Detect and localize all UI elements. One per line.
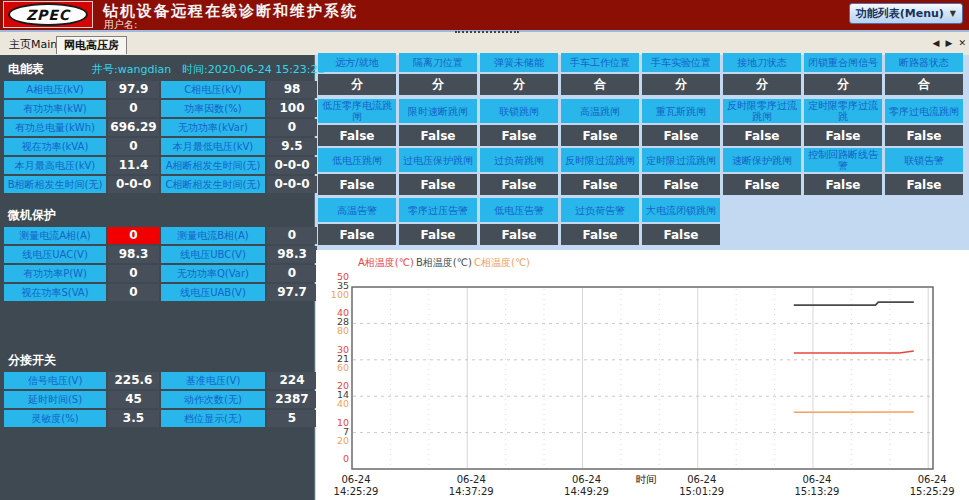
- status-value: False: [561, 224, 639, 245]
- svg-text:15:01:29: 15:01:29: [679, 486, 724, 497]
- field-value: 3.5: [108, 410, 159, 427]
- section-tap-switch: 分接开关 信号电压(V)225.6基准电压(V)224延时时间(S)45动作次数…: [0, 350, 315, 427]
- svg-text:100: 100: [331, 289, 349, 300]
- field-label: 档位显示(无): [161, 410, 265, 427]
- status-label: 反时限零序过流跳闸: [723, 99, 801, 123]
- status-label: 手车工作位置: [561, 53, 639, 72]
- status-value: False: [399, 125, 477, 146]
- status-label: 速断保护跳闸: [723, 148, 801, 172]
- status-label: 反时限过流跳闸: [561, 148, 639, 172]
- status-row: 低电压跳闸False过电压保护跳闸False过负荷跳闸False反时限过流跳闸F…: [318, 148, 963, 195]
- menu-button-label: 功能列表(Menu): [856, 6, 944, 21]
- field-label: 本月最高电压(kV): [4, 157, 106, 174]
- field-value: 5: [267, 410, 317, 427]
- status-panel: 远方/就地分隔离刀位置分弹簧未储能分手车工作位置合手车实验位置分接地刀状态分闭锁…: [318, 53, 966, 250]
- temperature-chart-svg: A相温度(℃)B相温度(℃)C相温度(℃)5035100402880302160…: [316, 250, 969, 500]
- field-value: 98: [267, 81, 317, 98]
- field-label: 功率因数(%): [161, 100, 265, 117]
- status-value: False: [480, 174, 558, 195]
- menu-button[interactable]: 功能列表(Menu) ▼: [849, 3, 963, 24]
- field-label: 线电压UAC(V): [4, 246, 106, 263]
- status-value: False: [318, 125, 396, 146]
- svg-text:时间: 时间: [636, 473, 657, 485]
- field-value: 0-0-0: [267, 176, 317, 193]
- field-label: 本月最低电压(kV): [161, 138, 265, 155]
- status-value: 分: [399, 74, 477, 95]
- left-panel: 电能表井号:wangdian时间:2020-06-24 15:23:21 A相电…: [0, 55, 315, 500]
- status-value: False: [318, 224, 396, 245]
- svg-text:15:25:29: 15:25:29: [910, 486, 955, 497]
- field-value: 696.29: [108, 119, 159, 136]
- status-label: 大电流闭锁跳闸: [642, 198, 720, 222]
- status-value: False: [885, 125, 963, 146]
- status-label: 控制回路断线告警: [804, 148, 882, 172]
- svg-text:C相温度(℃): C相温度(℃): [474, 257, 530, 268]
- field-label: 有功功率(kW): [4, 100, 106, 117]
- field-label: 基准电压(V): [161, 372, 265, 389]
- field-value: 0-0-0: [108, 176, 159, 193]
- svg-text:40: 40: [337, 398, 349, 409]
- status-label: 接地刀状态: [723, 53, 801, 72]
- section-title-protection: 微机保护: [8, 206, 92, 224]
- status-label: 定时限过流跳闸: [642, 148, 720, 172]
- field-value: 98.3: [108, 246, 159, 263]
- caret-down-icon: ▼: [950, 9, 956, 18]
- field-value: 100: [267, 100, 317, 117]
- status-value: False: [723, 174, 801, 195]
- status-value: False: [642, 174, 720, 195]
- field-label: 有功总电量(kWh): [4, 119, 106, 136]
- tab-bar: 主页Main 网电高压房 ◀ ▶ ✕: [0, 30, 969, 55]
- field-label: 延时时间(S): [4, 391, 106, 408]
- field-label: C相电压(kV): [161, 81, 265, 98]
- status-label: 零序过压告警: [399, 198, 477, 222]
- protection-grid: 测量电流A相(A)0测量电流B相(A)0线电压UAC(V)98.3线电压UBC(…: [4, 227, 313, 301]
- svg-text:80: 80: [337, 325, 349, 336]
- status-label: 低压零序电流跳闸: [318, 99, 396, 123]
- status-label: 弹簧未储能: [480, 53, 558, 72]
- field-label: 线电压UAB(V): [161, 284, 265, 301]
- header: ZPEC 钻机设备远程在线诊断和维护系统 用户名: 功能列表(Menu) ▼: [0, 0, 969, 30]
- svg-text:06-24: 06-24: [457, 474, 486, 485]
- status-value: False: [885, 174, 963, 195]
- svg-text:20: 20: [337, 435, 349, 446]
- status-value: False: [318, 174, 396, 195]
- svg-text:15:13:29: 15:13:29: [794, 486, 839, 497]
- status-value: False: [480, 224, 558, 245]
- tab-scroll-right-icon[interactable]: ▶: [946, 38, 953, 48]
- field-label: 测量电流A相(A): [4, 227, 106, 244]
- status-label: 零序过电流跳闸: [885, 99, 963, 123]
- field-label: 测量电流B相(A): [161, 227, 265, 244]
- status-label: 过负荷跳闸: [480, 148, 558, 172]
- tab-close-icon[interactable]: ✕: [958, 38, 966, 48]
- field-value-alarm: 0: [108, 227, 159, 244]
- status-label: 过电压保护跳闸: [399, 148, 477, 172]
- status-value: 分: [318, 74, 396, 95]
- field-label: 动作次数(无): [161, 391, 265, 408]
- svg-text:06-24: 06-24: [802, 474, 831, 485]
- field-value: 98.3: [267, 246, 317, 263]
- svg-text:06-24: 06-24: [572, 474, 601, 485]
- status-value: False: [642, 125, 720, 146]
- svg-text:06-24: 06-24: [918, 474, 947, 485]
- status-value: False: [399, 174, 477, 195]
- field-value: 97.7: [267, 284, 317, 301]
- field-label: 视在功率(kVA): [4, 138, 106, 155]
- status-value: False: [642, 224, 720, 245]
- field-value: 0: [267, 119, 317, 136]
- field-value: 0-0-0: [267, 157, 317, 174]
- field-value: 224: [267, 372, 317, 389]
- splitter-handle[interactable]: [455, 31, 519, 37]
- section-title-tap-switch: 分接开关: [8, 351, 92, 369]
- svg-text:06-24: 06-24: [687, 474, 716, 485]
- status-label: 远方/就地: [318, 53, 396, 72]
- field-value: 225.6: [108, 372, 159, 389]
- tab-grid-hv-room[interactable]: 网电高压房: [56, 36, 127, 54]
- svg-text:14:49:29: 14:49:29: [564, 486, 609, 497]
- tab-main[interactable]: 主页Main: [2, 36, 64, 53]
- status-label: 断路器状态: [885, 53, 963, 72]
- field-value: 9.5: [267, 138, 317, 155]
- svg-text:A相温度(℃): A相温度(℃): [358, 257, 414, 268]
- tab-scroll-left-icon[interactable]: ◀: [933, 38, 940, 48]
- field-value: 45: [108, 391, 159, 408]
- field-label: 信号电压(V): [4, 372, 106, 389]
